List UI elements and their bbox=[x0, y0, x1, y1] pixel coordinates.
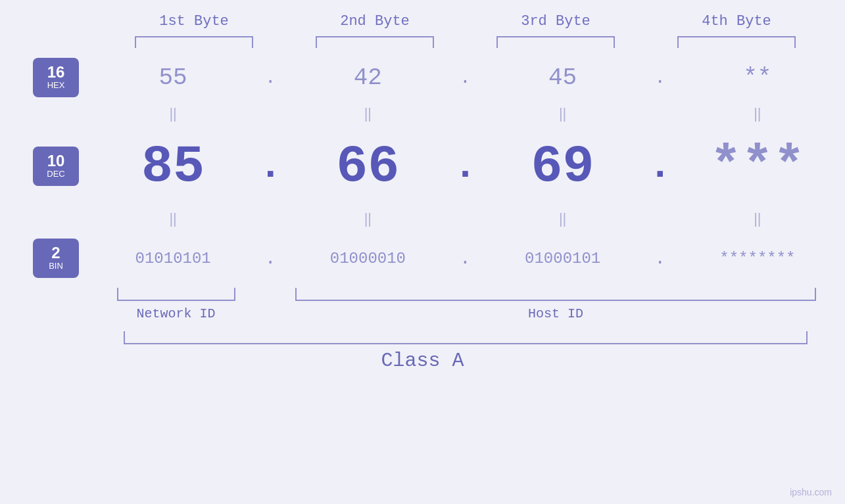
bin-data-cells: 01010101 . 01000010 . 01000101 . *******… bbox=[85, 248, 845, 269]
bin-label-cell: 2 BIN bbox=[0, 239, 85, 278]
top-brackets-row bbox=[104, 36, 827, 48]
bin-base-num: 2 bbox=[51, 245, 60, 261]
equals-row-2: || || || || bbox=[0, 206, 845, 232]
bin-badge: 2 BIN bbox=[33, 239, 79, 278]
equals-2-3: || bbox=[475, 210, 650, 227]
equals-cells-1: || || || || bbox=[85, 105, 845, 122]
network-id-label: Network ID bbox=[136, 306, 215, 321]
byte-header-3: 3rd Byte bbox=[466, 13, 646, 30]
hex-base-label: HEX bbox=[47, 80, 65, 91]
dec-byte-4-cell: *** bbox=[670, 137, 845, 196]
byte-header-1: 1st Byte bbox=[104, 13, 285, 30]
equals-sign-7: || bbox=[559, 210, 566, 227]
dec-dot-1: . bbox=[260, 144, 280, 189]
bracket-cell-3 bbox=[466, 36, 646, 48]
main-container: 1st Byte 2nd Byte 3rd Byte 4th Byte 16 H… bbox=[0, 0, 845, 504]
dec-byte-3: 69 bbox=[531, 137, 594, 196]
bin-byte-4-cell: ******** bbox=[670, 250, 845, 267]
host-bracket-line bbox=[295, 288, 816, 301]
bin-byte-2-cell: 01000010 bbox=[280, 250, 455, 267]
equals-sign-2: || bbox=[364, 105, 372, 122]
dec-byte-2: 66 bbox=[336, 137, 399, 196]
dec-data-cells: 85 . 66 . 69 . *** bbox=[85, 137, 845, 196]
equals-sign-1: || bbox=[169, 105, 176, 122]
bracket-3 bbox=[496, 36, 615, 48]
byte-headers: 1st Byte 2nd Byte 3rd Byte 4th Byte bbox=[104, 13, 827, 30]
hex-byte-3-cell: 45 bbox=[475, 64, 650, 91]
hex-base-num: 16 bbox=[47, 64, 65, 80]
equals-1-1: || bbox=[85, 105, 260, 122]
dec-badge: 10 DEC bbox=[33, 147, 79, 186]
equals-1-3: || bbox=[475, 105, 650, 122]
hex-byte-2: 42 bbox=[354, 64, 382, 91]
dec-byte-4: *** bbox=[710, 137, 805, 196]
dec-base-num: 10 bbox=[47, 153, 65, 169]
class-label: Class A bbox=[381, 350, 464, 372]
equals-2-2: || bbox=[280, 210, 455, 227]
dec-row: 10 DEC 85 . 66 . 69 . *** bbox=[0, 127, 845, 206]
hex-label-cell: 16 HEX bbox=[0, 58, 85, 97]
equals-sign-5: || bbox=[169, 210, 176, 227]
hex-badge: 16 HEX bbox=[33, 58, 79, 97]
hex-data-cells: 55 . 42 . 45 . ** bbox=[85, 64, 845, 91]
equals-sign-4: || bbox=[754, 105, 761, 122]
equals-1-4: || bbox=[670, 105, 845, 122]
bracket-cell-1 bbox=[104, 36, 285, 48]
dec-label-cell: 10 DEC bbox=[0, 147, 85, 186]
dec-dot-2: . bbox=[456, 144, 475, 189]
bottom-id-section: Network ID Host ID bbox=[85, 288, 845, 321]
bin-dot-1: . bbox=[260, 248, 280, 269]
equals-sign-6: || bbox=[364, 210, 372, 227]
equals-2-4: || bbox=[670, 210, 845, 227]
host-bracket-group: Host ID bbox=[266, 288, 845, 321]
bin-byte-1-cell: 01010101 bbox=[85, 250, 260, 267]
bottom-bracket-lines: Network ID Host ID bbox=[85, 288, 845, 321]
bin-dot-3: . bbox=[650, 248, 670, 269]
class-area: Class A bbox=[0, 321, 845, 372]
watermark: ipshu.com bbox=[790, 487, 832, 497]
network-bracket-line bbox=[117, 288, 235, 301]
dec-byte-1: 85 bbox=[141, 137, 205, 196]
host-id-label: Host ID bbox=[528, 306, 583, 321]
hex-byte-4: ** bbox=[743, 64, 771, 91]
hex-byte-3: 45 bbox=[548, 64, 577, 91]
equals-row-1: || || || || bbox=[0, 101, 845, 127]
hex-byte-2-cell: 42 bbox=[280, 64, 455, 91]
hex-row: 16 HEX 55 . 42 . 45 . ** bbox=[0, 55, 845, 101]
bracket-cell-4 bbox=[646, 36, 827, 48]
dec-dot-3: . bbox=[650, 144, 670, 189]
hex-byte-4-cell: ** bbox=[670, 64, 845, 91]
bracket-2 bbox=[316, 36, 434, 48]
bin-dot-2: . bbox=[456, 248, 475, 269]
dec-byte-1-cell: 85 bbox=[85, 137, 260, 196]
bottom-spacer bbox=[0, 288, 85, 321]
byte-header-4: 4th Byte bbox=[646, 13, 827, 30]
hex-byte-1: 55 bbox=[159, 64, 187, 91]
bottom-brackets-container: Network ID Host ID bbox=[0, 288, 845, 321]
dec-byte-2-cell: 66 bbox=[280, 137, 455, 196]
class-bracket bbox=[124, 331, 808, 344]
bracket-4 bbox=[677, 36, 796, 48]
bracket-cell-2 bbox=[285, 36, 466, 48]
network-bracket-group: Network ID bbox=[85, 288, 266, 321]
hex-dot-2: . bbox=[456, 68, 475, 88]
equals-2-1: || bbox=[85, 210, 260, 227]
bin-byte-3: 01000101 bbox=[525, 250, 600, 267]
hex-dot-3: . bbox=[650, 68, 670, 88]
dec-base-label: DEC bbox=[47, 169, 64, 179]
bin-byte-4: ******** bbox=[719, 250, 795, 267]
bin-byte-1: 01010101 bbox=[135, 250, 211, 267]
equals-sign-8: || bbox=[754, 210, 761, 227]
bin-byte-2: 01000010 bbox=[330, 250, 406, 267]
equals-cells-2: || || || || bbox=[85, 210, 845, 227]
byte-header-2: 2nd Byte bbox=[285, 13, 466, 30]
bin-byte-3-cell: 01000101 bbox=[475, 250, 650, 267]
hex-byte-1-cell: 55 bbox=[85, 64, 260, 91]
bin-row: 2 BIN 01010101 . 01000010 . 01000101 . bbox=[0, 232, 845, 285]
equals-sign-3: || bbox=[559, 105, 566, 122]
dec-byte-3-cell: 69 bbox=[475, 137, 650, 196]
bin-base-label: BIN bbox=[49, 261, 63, 271]
hex-dot-1: . bbox=[260, 68, 280, 88]
equals-1-2: || bbox=[280, 105, 455, 122]
bracket-1 bbox=[135, 36, 253, 48]
